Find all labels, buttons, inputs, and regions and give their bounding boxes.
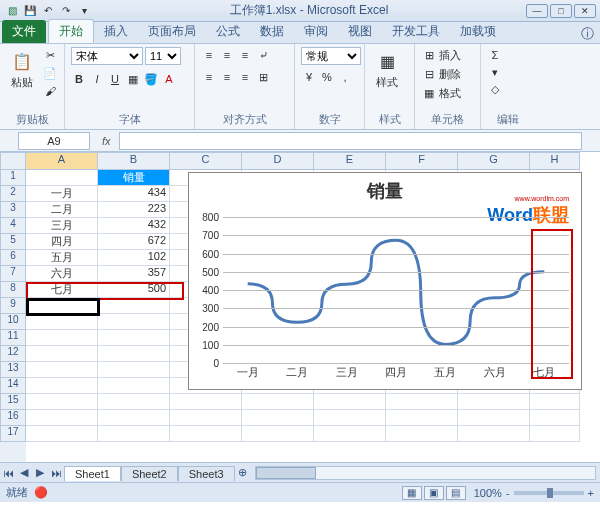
sheet-tab-1[interactable]: Sheet1 (64, 466, 121, 481)
cell[interactable] (170, 394, 242, 410)
row-header[interactable]: 1 (0, 170, 26, 186)
merge-icon[interactable]: ⊞ (255, 69, 271, 85)
styles-button[interactable]: ▦ 样式 (371, 47, 403, 92)
align-right-icon[interactable]: ≡ (237, 69, 253, 85)
cell[interactable] (26, 298, 98, 314)
zoom-thumb[interactable] (547, 488, 553, 498)
cell[interactable]: 二月 (26, 202, 98, 218)
row-header[interactable]: 6 (0, 250, 26, 266)
cell[interactable]: 四月 (26, 234, 98, 250)
tab-data[interactable]: 数据 (250, 20, 294, 43)
select-all-corner[interactable] (0, 152, 26, 170)
redo-icon[interactable]: ↷ (58, 3, 74, 19)
cell[interactable] (530, 426, 580, 442)
cell[interactable] (98, 378, 170, 394)
col-header[interactable]: E (314, 152, 386, 170)
cell[interactable] (314, 394, 386, 410)
cell[interactable]: 672 (98, 234, 170, 250)
cell[interactable] (26, 394, 98, 410)
cell[interactable]: 销量 (98, 170, 170, 186)
fill-color-button[interactable]: 🪣 (143, 71, 159, 87)
italic-button[interactable]: I (89, 71, 105, 87)
delete-icon[interactable]: ⊟ (421, 66, 437, 82)
cell[interactable] (98, 314, 170, 330)
font-color-button[interactable]: A (161, 71, 177, 87)
clear-icon[interactable]: ◇ (487, 81, 503, 97)
help-icon[interactable]: ⓘ (581, 25, 594, 43)
col-header[interactable]: H (530, 152, 580, 170)
qat-dropdown-icon[interactable]: ▾ (76, 3, 92, 19)
row-header[interactable]: 2 (0, 186, 26, 202)
cut-icon[interactable]: ✂ (42, 47, 58, 63)
col-header[interactable]: G (458, 152, 530, 170)
number-format-select[interactable]: 常规 (301, 47, 361, 65)
tab-addin[interactable]: 加载项 (450, 20, 506, 43)
sheet-tab-3[interactable]: Sheet3 (178, 466, 235, 481)
font-name-select[interactable]: 宋体 (71, 47, 143, 65)
cell[interactable]: 434 (98, 186, 170, 202)
format-label[interactable]: 格式 (439, 86, 461, 101)
underline-button[interactable]: U (107, 71, 123, 87)
sheet-nav-prev[interactable]: ◀ (16, 466, 32, 479)
border-button[interactable]: ▦ (125, 71, 141, 87)
cell[interactable] (170, 410, 242, 426)
currency-icon[interactable]: ¥ (301, 69, 317, 85)
cell[interactable] (242, 410, 314, 426)
minimize-button[interactable]: — (526, 4, 548, 18)
cell[interactable] (386, 410, 458, 426)
name-box[interactable]: A9 (18, 132, 90, 150)
row-header[interactable]: 11 (0, 330, 26, 346)
tab-formula[interactable]: 公式 (206, 20, 250, 43)
tab-layout[interactable]: 页面布局 (138, 20, 206, 43)
insert-label[interactable]: 插入 (439, 48, 461, 63)
cell[interactable]: 七月 (26, 282, 98, 298)
bold-button[interactable]: B (71, 71, 87, 87)
cell[interactable] (26, 346, 98, 362)
font-size-select[interactable]: 11 (145, 47, 181, 65)
fill-down-icon[interactable]: ▾ (487, 64, 503, 80)
close-button[interactable]: ✕ (574, 4, 596, 18)
new-sheet-icon[interactable]: ⊕ (235, 466, 251, 479)
copy-icon[interactable]: 📄 (42, 65, 58, 81)
horizontal-scrollbar[interactable] (255, 466, 596, 480)
cell[interactable] (98, 346, 170, 362)
row-header[interactable]: 5 (0, 234, 26, 250)
cell[interactable]: 一月 (26, 186, 98, 202)
tab-insert[interactable]: 插入 (94, 20, 138, 43)
row-header[interactable]: 17 (0, 426, 26, 442)
cell[interactable] (26, 410, 98, 426)
cell[interactable] (386, 394, 458, 410)
cell[interactable] (98, 394, 170, 410)
zoom-in-icon[interactable]: + (588, 487, 594, 499)
cell[interactable] (26, 170, 98, 186)
autosum-icon[interactable]: Σ (487, 47, 503, 63)
chart[interactable]: 销量 www.wordlm.com Word联盟 010020030040050… (188, 172, 582, 390)
cell[interactable] (98, 298, 170, 314)
cell[interactable] (314, 410, 386, 426)
row-header[interactable]: 14 (0, 378, 26, 394)
grid[interactable]: ABCDEFGH 销量一月434二月223三月432四月672五月102六月35… (26, 152, 600, 462)
delete-label[interactable]: 删除 (439, 67, 461, 82)
cell[interactable] (458, 394, 530, 410)
sheet-nav-next[interactable]: ▶ (32, 466, 48, 479)
align-left-icon[interactable]: ≡ (201, 69, 217, 85)
row-header[interactable]: 8 (0, 282, 26, 298)
tab-view[interactable]: 视图 (338, 20, 382, 43)
col-header[interactable]: D (242, 152, 314, 170)
col-header[interactable]: C (170, 152, 242, 170)
percent-icon[interactable]: % (319, 69, 335, 85)
cell[interactable]: 三月 (26, 218, 98, 234)
row-header[interactable]: 9 (0, 298, 26, 314)
cell[interactable] (26, 330, 98, 346)
row-header[interactable]: 7 (0, 266, 26, 282)
cell[interactable] (530, 410, 580, 426)
formula-bar[interactable] (119, 132, 582, 150)
row-header[interactable]: 15 (0, 394, 26, 410)
align-mid-icon[interactable]: ≡ (219, 47, 235, 63)
cell[interactable]: 432 (98, 218, 170, 234)
zoom-level[interactable]: 100% (474, 487, 502, 499)
comma-icon[interactable]: , (337, 69, 353, 85)
align-bot-icon[interactable]: ≡ (237, 47, 253, 63)
cell[interactable] (242, 394, 314, 410)
macro-record-icon[interactable]: 🔴 (34, 486, 48, 499)
